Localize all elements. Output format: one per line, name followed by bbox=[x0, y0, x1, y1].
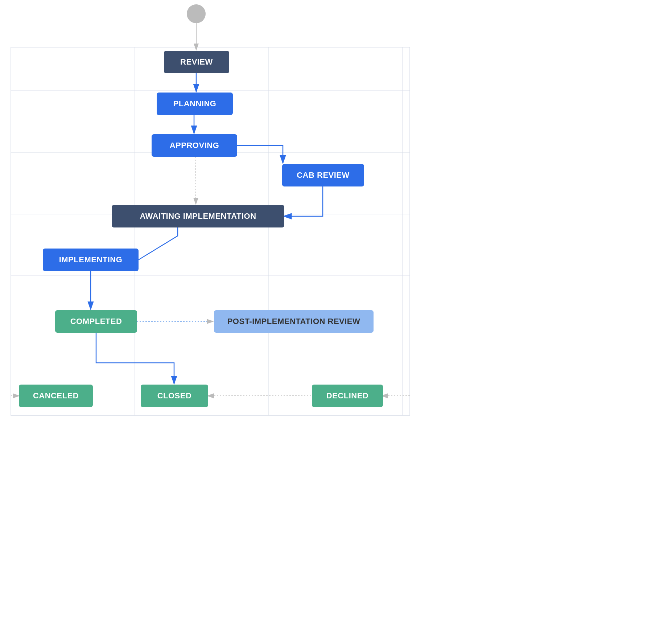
diagram-container: REVIEW PLANNING APPROVING CAB REVIEW AWA… bbox=[0, 0, 672, 636]
approving-node: APPROVING bbox=[152, 134, 237, 157]
completed-node: COMPLETED bbox=[55, 310, 137, 333]
start-node bbox=[187, 4, 206, 23]
implementing-node: IMPLEMENTING bbox=[43, 249, 139, 271]
declined-node: DECLINED bbox=[312, 385, 383, 407]
canceled-node: CANCELED bbox=[19, 385, 93, 407]
planning-node: PLANNING bbox=[157, 93, 233, 115]
cab-review-node: CAB REVIEW bbox=[282, 164, 364, 186]
post-implementation-review-node: POST-IMPLEMENTATION REVIEW bbox=[214, 310, 374, 333]
awaiting-implementation-node: AWAITING IMPLEMENTATION bbox=[112, 205, 284, 227]
review-node: REVIEW bbox=[164, 51, 229, 73]
closed-node: CLOSED bbox=[141, 385, 208, 407]
